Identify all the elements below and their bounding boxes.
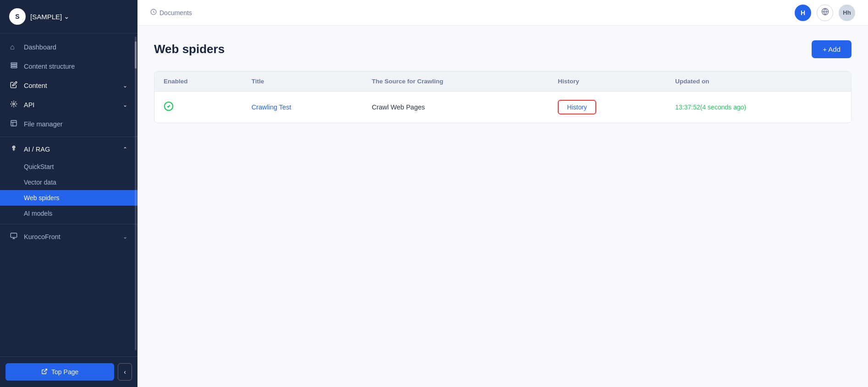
api-icon xyxy=(10,100,18,109)
sidebar-nav: ⌂ Dashboard Content structure Content ⌄ … xyxy=(0,33,137,356)
breadcrumb-label: Documents xyxy=(159,9,192,16)
external-link-icon xyxy=(41,368,48,376)
sidebar-scrollbar xyxy=(135,37,137,350)
chevron-down-icon: ⌄ xyxy=(123,82,127,89)
sidebar-item-api[interactable]: API ⌄ xyxy=(0,95,137,114)
svg-line-8 xyxy=(44,369,47,371)
kuroco-front-icon xyxy=(10,232,18,241)
sidebar-item-ai-models[interactable]: AI models xyxy=(0,206,137,221)
page-content: Web spiders + Add Enabled Title The Sour… xyxy=(137,26,868,387)
table-header: Enabled Title The Source for Crawling Hi… xyxy=(154,71,851,92)
cell-title: Crawling Test xyxy=(242,92,363,123)
svg-rect-2 xyxy=(11,66,17,68)
language-button[interactable] xyxy=(817,5,833,21)
top-page-button[interactable]: Top Page xyxy=(5,363,114,381)
col-header-source: The Source for Crawling xyxy=(363,71,549,92)
cell-enabled xyxy=(154,92,242,123)
sidebar-item-content-structure[interactable]: Content structure xyxy=(0,56,137,76)
history-button[interactable]: History xyxy=(558,100,596,114)
updated-time: 13:37:52(4 seconds ago) xyxy=(675,104,746,111)
sidebar-item-file-manager[interactable]: File manager xyxy=(0,114,137,134)
main-content: Documents H Hh Web spiders + Add xyxy=(137,0,868,387)
svg-rect-1 xyxy=(11,65,17,66)
cell-source: Crawl Web Pages xyxy=(363,92,549,123)
sidebar-item-web-spiders[interactable]: Web spiders xyxy=(0,190,137,206)
sidebar-sub-label: Web spiders xyxy=(24,194,60,202)
top-page-label: Top Page xyxy=(51,368,78,376)
sidebar-item-kuroco-front[interactable]: KurocoFront ⌄ xyxy=(0,227,137,246)
web-spiders-table: Enabled Title The Source for Crawling Hi… xyxy=(154,71,852,123)
sidebar-sub-label: AI models xyxy=(24,210,52,217)
cell-history: History xyxy=(549,92,666,123)
user-avatar-h[interactable]: H xyxy=(795,5,811,21)
edit-icon xyxy=(10,81,18,90)
sidebar-collapse-button[interactable]: ‹ xyxy=(118,363,132,381)
svg-rect-4 xyxy=(11,120,16,126)
col-header-history: History xyxy=(549,71,666,92)
chevron-up-icon: ⌃ xyxy=(123,146,127,153)
chevron-down-icon: ⌄ xyxy=(64,12,70,21)
table: Enabled Title The Source for Crawling Hi… xyxy=(154,71,851,123)
chevron-down-icon: ⌄ xyxy=(123,234,127,240)
sidebar-item-ai-rag[interactable]: AI / RAG ⌃ xyxy=(0,140,137,159)
sidebar-header: S [SAMPLE] ⌄ xyxy=(0,0,137,33)
svg-point-3 xyxy=(13,103,15,105)
spider-title-link[interactable]: Crawling Test xyxy=(252,104,291,111)
sidebar-item-dashboard[interactable]: ⌂ Dashboard xyxy=(0,38,137,56)
col-header-title: Title xyxy=(242,71,363,92)
sidebar-item-quickstart[interactable]: QuickStart xyxy=(0,159,137,174)
divider xyxy=(0,224,137,224)
table-body: Crawling Test Crawl Web Pages History 13… xyxy=(154,92,851,123)
sidebar-item-vector-data[interactable]: Vector data xyxy=(0,174,137,190)
home-icon: ⌂ xyxy=(10,43,18,51)
enabled-check-icon xyxy=(164,103,174,113)
col-header-updated: Updated on xyxy=(666,71,851,92)
sidebar-logo: S xyxy=(9,8,26,25)
sidebar-item-label: KurocoFront xyxy=(24,233,60,240)
chevron-down-icon: ⌄ xyxy=(123,102,127,108)
table-row: Crawling Test Crawl Web Pages History 13… xyxy=(154,92,851,123)
org-selector[interactable]: [SAMPLE] ⌄ xyxy=(30,12,70,21)
svg-point-6 xyxy=(13,147,14,147)
ai-icon xyxy=(10,145,18,154)
cell-updated: 13:37:52(4 seconds ago) xyxy=(666,92,851,123)
sidebar-item-label: API xyxy=(24,101,34,109)
collapse-icon: ‹ xyxy=(124,368,126,376)
sidebar-item-label: File manager xyxy=(24,120,63,128)
content-structure-icon xyxy=(10,61,18,71)
svg-rect-0 xyxy=(11,63,17,64)
topbar-actions: H Hh xyxy=(795,5,855,21)
sidebar-footer: Top Page ‹ xyxy=(0,356,137,387)
add-button[interactable]: + Add xyxy=(812,40,852,58)
sidebar-item-content[interactable]: Content ⌄ xyxy=(0,76,137,95)
topbar: Documents H Hh xyxy=(137,0,868,26)
svg-rect-7 xyxy=(11,233,16,237)
col-header-enabled: Enabled xyxy=(154,71,242,92)
sidebar-item-label: Content structure xyxy=(24,63,75,70)
breadcrumb: Documents xyxy=(150,9,192,16)
page-title: Web spiders xyxy=(154,42,225,56)
file-manager-icon xyxy=(10,120,18,129)
breadcrumb-icon xyxy=(150,9,157,16)
sidebar-item-label: Dashboard xyxy=(24,44,56,51)
sidebar: S [SAMPLE] ⌄ ⌂ Dashboard Content structu… xyxy=(0,0,137,387)
add-button-label: + Add xyxy=(823,45,841,53)
globe-icon xyxy=(821,8,829,18)
org-name: [SAMPLE] xyxy=(30,13,62,21)
sidebar-item-label: Content xyxy=(24,82,47,89)
page-header: Web spiders + Add xyxy=(154,40,852,58)
user-avatar-hh[interactable]: Hh xyxy=(839,5,855,21)
sidebar-item-label: AI / RAG xyxy=(24,146,50,153)
sidebar-sub-label: QuickStart xyxy=(24,163,54,170)
divider xyxy=(0,136,137,137)
sidebar-sub-label: Vector data xyxy=(24,179,56,186)
